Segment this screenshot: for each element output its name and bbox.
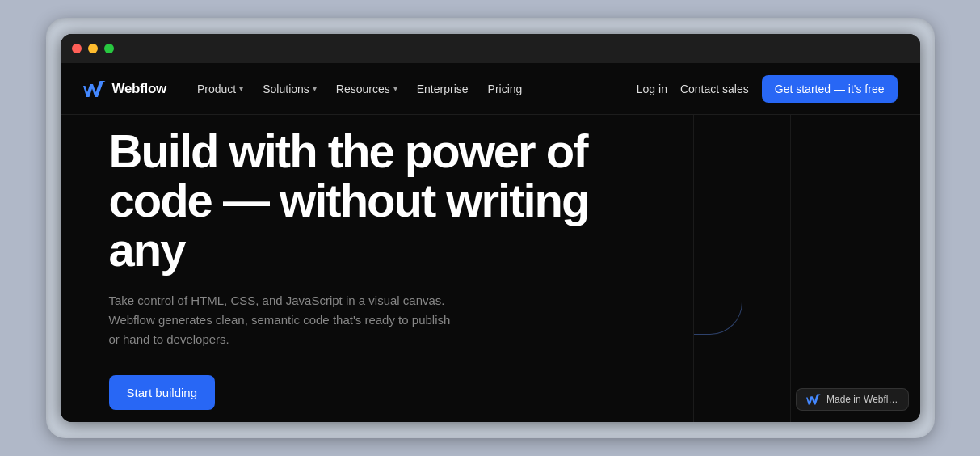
monitor-wrapper: Webflow Product ▾ Solutions ▾ Resources … xyxy=(46,18,935,438)
bg-line-4 xyxy=(693,115,694,422)
bg-line-2 xyxy=(790,115,791,422)
browser-close-dot[interactable] xyxy=(72,44,82,53)
made-in-webflow-text: Made in Webfl… xyxy=(826,394,898,405)
logo-area[interactable]: Webflow xyxy=(83,81,166,97)
nav-item-product[interactable]: Product ▾ xyxy=(189,78,251,100)
nav-item-pricing[interactable]: Pricing xyxy=(480,78,531,100)
browser-maximize-dot[interactable] xyxy=(104,44,114,53)
hero-section: Build with the power of code — without w… xyxy=(61,115,920,422)
hero-title: Build with the power of code — without w… xyxy=(109,127,594,275)
logo-text: Webflow xyxy=(112,81,166,97)
webflow-logo-icon xyxy=(83,81,106,97)
browser-chrome xyxy=(61,34,920,63)
resources-chevron-icon: ▾ xyxy=(393,84,397,93)
browser-minimize-dot[interactable] xyxy=(88,44,98,53)
bg-line-1 xyxy=(839,115,839,422)
product-chevron-icon: ▾ xyxy=(239,84,243,93)
hero-subtitle: Take control of HTML, CSS, and JavaScrip… xyxy=(109,291,465,349)
hero-cta-button[interactable]: Start building xyxy=(109,375,216,410)
bg-line-curved xyxy=(694,238,742,335)
made-in-webflow-icon xyxy=(806,394,821,405)
nav-item-solutions[interactable]: Solutions ▾ xyxy=(254,78,325,100)
nav-cta-button[interactable]: Get started — it's free xyxy=(762,75,898,103)
browser-window: Webflow Product ▾ Solutions ▾ Resources … xyxy=(61,34,920,422)
bg-lines xyxy=(597,115,839,422)
nav-item-resources[interactable]: Resources ▾ xyxy=(328,78,406,100)
nav-links: Product ▾ Solutions ▾ Resources ▾ Enterp… xyxy=(189,78,637,100)
nav-right: Log in Contact sales Get started — it's … xyxy=(637,75,898,103)
hero-content: Build with the power of code — without w… xyxy=(109,127,594,410)
solutions-chevron-icon: ▾ xyxy=(313,84,317,93)
navbar: Webflow Product ▾ Solutions ▾ Resources … xyxy=(61,63,920,115)
nav-login-button[interactable]: Log in xyxy=(637,82,667,95)
browser-content: Webflow Product ▾ Solutions ▾ Resources … xyxy=(61,63,920,422)
nav-contact-button[interactable]: Contact sales xyxy=(680,82,749,95)
bg-line-3 xyxy=(742,115,742,422)
made-in-webflow-badge[interactable]: Made in Webfl… xyxy=(796,388,908,411)
nav-item-enterprise[interactable]: Enterprise xyxy=(409,78,477,100)
